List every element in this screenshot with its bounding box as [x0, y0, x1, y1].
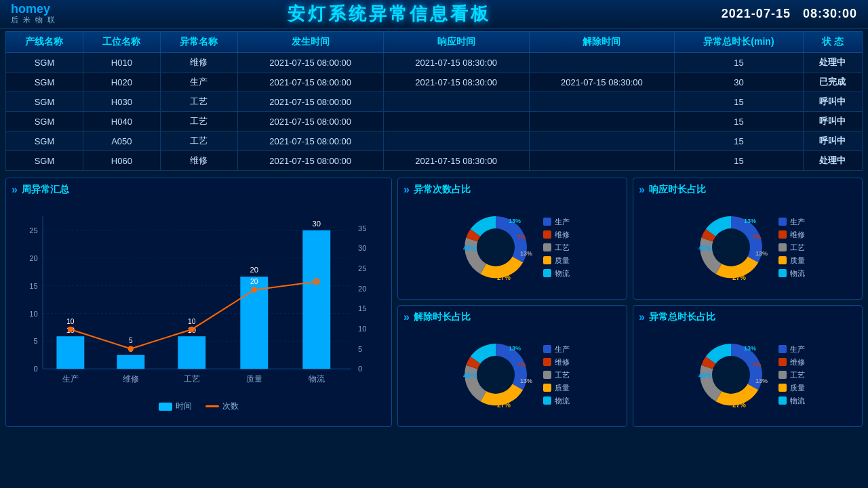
bar-line-chart: 0 5 10 15 20 25 0 5 10 15 20 25 30 — [12, 201, 386, 398]
svg-text:25: 25 — [29, 226, 37, 235]
table-row: SGMH040工艺2021-07-15 08:00:0015呼叫中 — [6, 112, 863, 131]
col-start: 发生时间 — [237, 32, 383, 53]
bar-process — [178, 336, 205, 369]
svg-text:维修: 维修 — [123, 374, 139, 384]
svg-text:生产: 生产 — [62, 374, 79, 384]
header-date: 2021-07-15 — [722, 7, 791, 20]
table-cell: 2021-07-15 08:00:00 — [237, 92, 383, 112]
table-cell: A050 — [83, 131, 160, 151]
bar-maintenance — [117, 355, 144, 369]
table-cell: 15 — [675, 112, 803, 131]
table-cell: 工艺 — [160, 131, 237, 151]
svg-text:10: 10 — [66, 318, 75, 325]
table-cell: H020 — [83, 73, 160, 92]
svg-text:5: 5 — [34, 337, 38, 345]
donut-title-3: » 异常总时长占比 — [639, 311, 856, 323]
table-cell: SGM — [6, 112, 83, 131]
legend-bar-icon — [159, 403, 172, 411]
weekly-chart-panel: » 周异常汇总 0 5 10 15 20 25 — [5, 178, 392, 427]
table-cell — [383, 131, 529, 151]
svg-text:7%: 7% — [517, 234, 526, 241]
table-cell: 生产 — [160, 73, 237, 92]
svg-text:13%: 13% — [744, 345, 756, 352]
legend-count: 次数 — [205, 401, 239, 412]
table-cell: 工艺 — [160, 92, 237, 112]
table-cell: SGM — [6, 92, 83, 112]
right-panels: » 异常次数占比 — [397, 178, 863, 427]
col-type: 异常名称 — [160, 32, 237, 53]
col-status: 状 态 — [803, 32, 862, 53]
table-cell: 2021-07-15 08:30:00 — [383, 53, 529, 73]
donut-row-top: » 异常次数占比 — [397, 178, 863, 300]
point-quality — [252, 287, 257, 293]
donut-row-bottom: » 解除时长占比 — [397, 305, 863, 427]
status-badge: 处理中 — [803, 151, 862, 171]
table-cell: H030 — [83, 92, 160, 112]
svg-text:7%: 7% — [517, 361, 526, 368]
table-cell: SGM — [6, 53, 83, 73]
svg-point-47 — [477, 356, 515, 394]
status-badge: 处理中 — [803, 53, 862, 73]
svg-text:40%: 40% — [463, 245, 477, 252]
svg-text:13%: 13% — [509, 218, 521, 224]
table-row: SGMH030工艺2021-07-15 08:00:0015呼叫中 — [6, 92, 863, 112]
svg-text:27%: 27% — [732, 274, 746, 281]
svg-text:25: 25 — [358, 264, 367, 272]
svg-text:物流: 物流 — [309, 374, 325, 384]
svg-text:10: 10 — [29, 310, 37, 318]
table-row: SGMH060维修2021-07-15 08:00:002021-07-15 0… — [6, 151, 863, 171]
table-cell: 2021-07-15 08:00:00 — [237, 53, 383, 73]
donut-svg-1: 40% 7% 13% 27% 13% — [690, 207, 772, 288]
svg-text:27%: 27% — [732, 401, 746, 409]
svg-text:10: 10 — [358, 325, 367, 333]
svg-text:0: 0 — [34, 365, 38, 373]
logo-text: homey — [11, 3, 50, 15]
table-cell: 2021-07-15 08:30:00 — [383, 151, 529, 171]
svg-point-53 — [712, 356, 750, 394]
col-response: 响应时间 — [383, 32, 529, 53]
header: homey 后 米 物 联 安灯系统异常信息看板 2021-07-15 08:3… — [0, 0, 868, 28]
svg-text:27%: 27% — [497, 274, 511, 281]
table-cell — [383, 92, 529, 112]
svg-text:5: 5 — [358, 345, 362, 353]
table-cell — [383, 112, 529, 131]
table-header-row: 产线名称 工位名称 异常名称 发生时间 响应时间 解除时间 异常总时长(min)… — [6, 32, 863, 53]
svg-text:30: 30 — [313, 220, 321, 228]
svg-text:质量: 质量 — [246, 374, 262, 384]
donut-legend-2: 生产 维修 工艺 质量 — [543, 344, 570, 406]
svg-text:20: 20 — [358, 285, 367, 293]
donut-svg-3: 40% 7% 13% 27% 13% — [690, 334, 772, 415]
svg-text:35: 35 — [358, 224, 367, 232]
donut-panel-0: » 异常次数占比 — [397, 178, 627, 300]
svg-text:工艺: 工艺 — [184, 374, 200, 384]
svg-text:30: 30 — [358, 244, 367, 252]
donut-content-3: 40% 7% 13% 27% 13% 生产 — [639, 329, 856, 421]
donut-panel-3: » 异常总时长占比 — [633, 305, 863, 427]
table-cell: 工艺 — [160, 112, 237, 131]
bottom-area: » 周异常汇总 0 5 10 15 20 25 — [0, 174, 868, 431]
svg-text:20: 20 — [250, 266, 259, 274]
table-cell: 15 — [675, 131, 803, 151]
svg-text:13%: 13% — [755, 378, 768, 384]
table-cell: H040 — [83, 112, 160, 131]
col-duration: 异常总时长(min) — [675, 32, 803, 53]
table-cell: 2021-07-15 08:00:00 — [237, 112, 383, 131]
donut-svg-0: 40% 7% 13% 27% 13% — [455, 207, 536, 288]
svg-text:10: 10 — [188, 318, 196, 325]
svg-text:13%: 13% — [520, 378, 532, 384]
donut-legend-1: 生产 维修 工艺 质量 — [778, 217, 805, 279]
status-badge: 呼叫中 — [803, 112, 862, 131]
table-body: SGMH010维修2021-07-15 08:00:002021-07-15 0… — [6, 53, 863, 171]
svg-text:13%: 13% — [520, 250, 532, 257]
table-cell: SGM — [6, 151, 83, 171]
status-badge: 已完成 — [803, 73, 862, 92]
legend-line-icon — [205, 405, 219, 407]
donut-title-2: » 解除时长占比 — [403, 311, 621, 323]
table-cell: 2021-07-15 08:30:00 — [529, 73, 675, 92]
header-time: 08:30:00 — [803, 7, 857, 20]
table-cell — [529, 112, 675, 131]
table-cell: 维修 — [160, 151, 237, 171]
donut-content-0: 40% 7% 13% 27% 13% 生产 — [403, 201, 621, 293]
point-logistics — [314, 279, 319, 284]
donut-title-0: » 异常次数占比 — [403, 184, 621, 196]
